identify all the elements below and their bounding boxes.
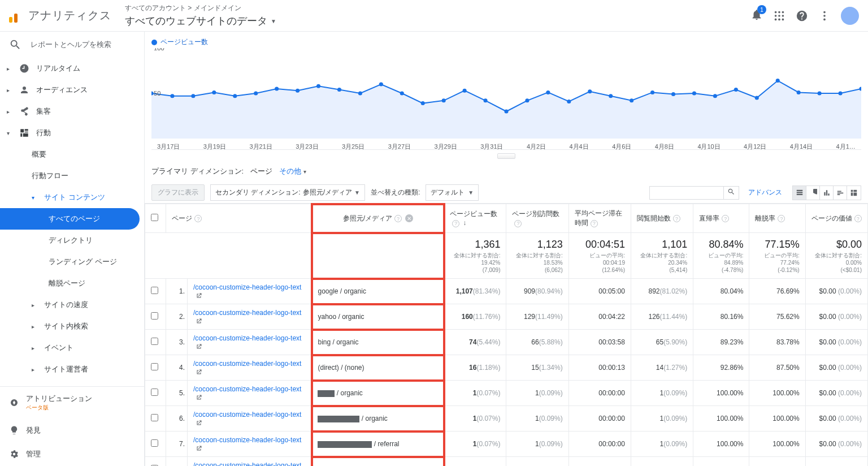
cell-source[interactable]: / referral xyxy=(312,432,444,457)
table-row[interactable]: 2./cocoon-customize-header-logo-textyaho… xyxy=(145,304,868,330)
view-pivot[interactable] xyxy=(847,186,861,200)
open-link-icon[interactable] xyxy=(196,394,202,401)
line-chart[interactable]: 50100 3月17日3月19日3月21日3月23日3月25日3月27日3月29… xyxy=(151,48,861,150)
brand-block[interactable]: アナリティクス xyxy=(9,8,111,23)
help-icon[interactable]: ? xyxy=(778,215,785,222)
row-checkbox-cell[interactable] xyxy=(145,330,166,355)
col-unique-pv[interactable]: ページ別訪問数? xyxy=(506,204,568,233)
col-bounce[interactable]: 直帰率? xyxy=(693,204,749,233)
nav-exit[interactable]: 離脱ページ xyxy=(0,273,144,294)
table-row[interactable]: 5./cocoon-customize-header-logo-text / o… xyxy=(145,381,868,406)
col-checkbox-all[interactable] xyxy=(145,204,166,233)
help-icon[interactable]: ? xyxy=(194,215,202,222)
help-icon[interactable]: ? xyxy=(591,220,598,227)
cell-source[interactable]: / organic xyxy=(312,457,444,467)
cell-page[interactable]: /cocoon-customize-header-logo-text xyxy=(187,330,312,355)
nav-overview[interactable]: 概要 xyxy=(0,144,144,165)
cell-source[interactable]: (direct) / (none) xyxy=(312,355,444,381)
sidebar-search[interactable]: レポートとヘルプを検索 xyxy=(0,32,144,58)
nav-behavior[interactable]: ▾行動 xyxy=(0,122,144,144)
cell-source[interactable]: / organic xyxy=(312,406,444,432)
select-all-checkbox[interactable] xyxy=(151,214,158,221)
nav-events[interactable]: ▸イベント xyxy=(0,337,144,359)
nav-sitesearch[interactable]: ▸サイト内検索 xyxy=(0,316,144,337)
chart-legend[interactable]: ページビュー数 xyxy=(151,37,861,47)
primary-dim-page[interactable]: ページ xyxy=(250,166,272,176)
open-link-icon[interactable] xyxy=(196,343,202,350)
open-link-icon[interactable] xyxy=(196,420,202,426)
primary-dim-other[interactable]: その他▾ xyxy=(279,166,306,176)
breadcrumbs[interactable]: すべてのアカウント > メインドメイン すべてのウェブサイトのデータ▼ xyxy=(125,3,276,28)
col-avg-time[interactable]: 平均ページ滞在時間? xyxy=(568,204,631,233)
notifications-button[interactable]: 1 xyxy=(750,8,763,23)
cell-page[interactable]: /cocoon-customize-header-logo-text xyxy=(187,355,312,381)
cell-page[interactable]: /cocoon-customize-header-logo-text xyxy=(187,406,312,432)
row-checkbox-cell[interactable] xyxy=(145,457,166,467)
cell-source[interactable]: yahoo / organic xyxy=(312,304,444,330)
table-row[interactable]: 1./cocoon-customize-header-logo-textgoog… xyxy=(145,279,868,304)
open-link-icon[interactable] xyxy=(196,445,202,452)
nav-acquisition[interactable]: ▸集客 xyxy=(0,101,144,122)
row-checkbox[interactable] xyxy=(151,363,158,370)
secondary-dimension-select[interactable]: セカンダリ ディメンション: 参照元/メディア ▼ xyxy=(210,184,365,201)
row-checkbox-cell[interactable] xyxy=(145,304,166,330)
nav-attribution[interactable]: アトリビューションベータ版 xyxy=(0,387,144,418)
help-icon[interactable]: ? xyxy=(854,215,862,222)
col-entrances[interactable]: 閲覧開始数? xyxy=(631,204,693,233)
cell-page[interactable]: /cocoon-customize-header-logo-text xyxy=(187,304,312,330)
open-link-icon[interactable] xyxy=(196,292,202,299)
row-checkbox[interactable] xyxy=(151,287,158,294)
sort-select[interactable]: デフォルト▼ xyxy=(426,184,479,201)
row-checkbox[interactable] xyxy=(151,439,158,447)
table-search-input[interactable] xyxy=(650,187,723,199)
advanced-link[interactable]: アドバンス xyxy=(748,188,782,197)
help-icon[interactable]: ? xyxy=(452,220,459,227)
row-checkbox-cell[interactable] xyxy=(145,381,166,406)
view-bar[interactable] xyxy=(820,186,834,200)
nav-publisher[interactable]: ▸サイト運営者 xyxy=(0,359,144,380)
row-checkbox[interactable] xyxy=(151,312,158,320)
view-table[interactable] xyxy=(793,186,806,200)
help-icon[interactable]: ? xyxy=(673,215,680,222)
cell-source[interactable]: google / organic xyxy=(312,279,444,304)
nav-audience[interactable]: ▸オーディエンス xyxy=(0,79,144,101)
cell-page[interactable]: /cocoon-customize-header-logo-text xyxy=(187,457,312,467)
cell-source[interactable]: / organic xyxy=(312,381,444,406)
row-checkbox-cell[interactable] xyxy=(145,406,166,432)
cell-source[interactable]: bing / organic xyxy=(312,330,444,355)
help-icon[interactable]: ? xyxy=(722,215,729,222)
apps-icon[interactable] xyxy=(773,10,785,22)
open-link-icon[interactable] xyxy=(196,369,202,376)
nav-admin[interactable]: 管理 xyxy=(0,442,144,466)
nav-discover[interactable]: 発見 xyxy=(0,418,144,442)
remove-dimension-icon[interactable]: ✕ xyxy=(405,214,413,222)
table-search[interactable] xyxy=(649,186,739,200)
col-source-medium[interactable]: 参照元/メディア?✕ xyxy=(312,204,444,233)
cell-page[interactable]: /cocoon-customize-header-logo-text xyxy=(187,279,312,304)
col-page[interactable]: ページ? xyxy=(166,204,312,233)
nav-speed[interactable]: ▸サイトの速度 xyxy=(0,294,144,316)
row-checkbox[interactable] xyxy=(151,389,158,396)
help-icon[interactable]: ? xyxy=(394,215,402,222)
nav-directory[interactable]: ディレクトリ xyxy=(0,230,144,251)
row-checkbox[interactable] xyxy=(151,338,158,345)
cell-page[interactable]: /cocoon-customize-header-logo-text xyxy=(187,432,312,457)
help-icon[interactable]: ? xyxy=(514,220,522,227)
cell-page[interactable]: /cocoon-customize-header-logo-text xyxy=(187,381,312,406)
table-row[interactable]: 4./cocoon-customize-header-logo-text(dir… xyxy=(145,355,868,381)
col-pageviews[interactable]: ページビュー数?↓ xyxy=(444,204,506,233)
chart-slider-handle[interactable] xyxy=(151,152,861,161)
view-compare[interactable] xyxy=(834,186,847,200)
nav-realtime[interactable]: ▸リアルタイム xyxy=(0,58,144,79)
row-checkbox-cell[interactable] xyxy=(145,279,166,304)
table-row[interactable]: 3./cocoon-customize-header-logo-textbing… xyxy=(145,330,868,355)
row-checkbox-cell[interactable] xyxy=(145,355,166,381)
table-row[interactable]: 6./cocoon-customize-header-logo-text / o… xyxy=(145,406,868,432)
open-link-icon[interactable] xyxy=(196,318,202,325)
row-checkbox[interactable] xyxy=(151,414,158,421)
nav-webtest[interactable]: ウェブテスト xyxy=(0,380,144,386)
table-row[interactable]: 7./cocoon-customize-header-logo-text / r… xyxy=(145,432,868,457)
account-avatar[interactable] xyxy=(841,7,859,25)
more-vert-icon[interactable] xyxy=(818,10,831,22)
nav-sitecontent[interactable]: ▾サイト コンテンツ xyxy=(0,187,144,208)
